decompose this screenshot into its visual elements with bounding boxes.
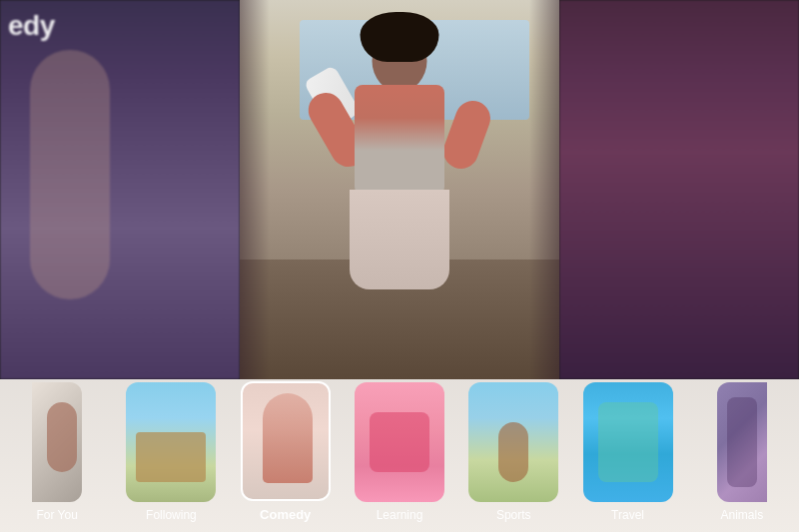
app-container: edy For You	[0, 0, 799, 532]
right-bg	[559, 0, 799, 379]
person-figure	[300, 30, 499, 359]
nav-label-for-you: For You	[36, 508, 77, 522]
nav-thumbnail-animals	[717, 382, 767, 502]
nav-thumbnail-sports	[468, 382, 558, 502]
nav-label-learning: Learning	[377, 508, 423, 522]
person-legs	[350, 190, 449, 289]
nav-label-animals: Animals	[720, 508, 763, 522]
person-arm-right	[438, 96, 495, 174]
nav-item-travel[interactable]: Travel	[570, 382, 684, 522]
nav-thumbnail-learning	[355, 382, 444, 502]
left-bg: edy	[0, 0, 240, 379]
video-left-gradient	[240, 0, 270, 379]
nav-label-following: Following	[146, 508, 197, 522]
nav-item-learning[interactable]: Learning	[343, 382, 456, 522]
nav-label-comedy: Comedy	[260, 507, 311, 522]
nav-thumbnail-comedy	[241, 381, 331, 501]
nav-item-following[interactable]: Following	[114, 382, 228, 522]
person-torso	[355, 85, 444, 195]
nav-label-travel: Travel	[611, 508, 644, 522]
nav-thumbnail-travel	[583, 382, 673, 502]
nav-thumbnail-following	[126, 382, 216, 502]
bg-text-left: edy	[8, 10, 55, 42]
person-head	[373, 30, 427, 92]
nav-thumbnail-for-you	[32, 382, 82, 502]
nav-item-sports[interactable]: Sports	[456, 382, 570, 522]
nav-item-animals[interactable]: Animals	[685, 382, 799, 522]
nav-item-for-you[interactable]: For You	[0, 382, 114, 522]
bottom-nav: For You Following Comedy Learning Sports…	[0, 379, 799, 532]
nav-item-comedy[interactable]: Comedy	[229, 381, 343, 522]
nav-label-sports: Sports	[496, 508, 531, 522]
video-right-gradient	[529, 0, 559, 379]
main-video[interactable]	[240, 0, 559, 379]
